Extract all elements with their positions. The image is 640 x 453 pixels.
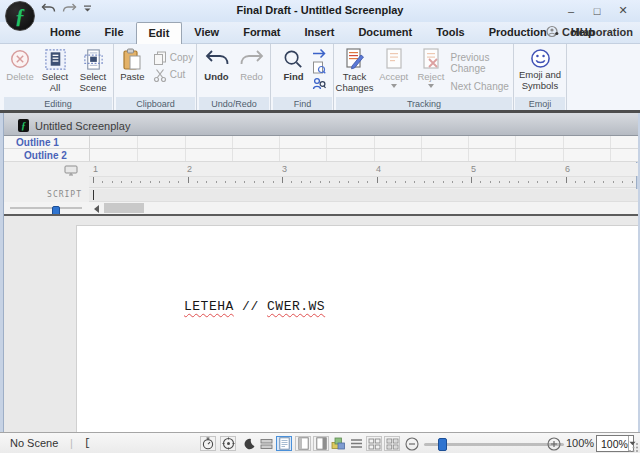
script-page[interactable]	[76, 225, 638, 432]
find-character-icon[interactable]	[312, 77, 326, 90]
outline-zoom-slider[interactable]	[10, 207, 82, 209]
page-view-button[interactable]	[276, 436, 292, 451]
index-cards-view-button[interactable]	[330, 436, 346, 451]
tab-format[interactable]: Format	[231, 22, 292, 44]
script-label: SCRIPT	[4, 190, 82, 199]
accept-dropdown-arrow[interactable]	[391, 84, 397, 88]
resize-grip[interactable]	[629, 442, 639, 452]
zoom-slider[interactable]	[424, 443, 564, 446]
redo-button[interactable]: Redo	[236, 45, 267, 97]
element-indicator: [	[84, 437, 91, 449]
customize-toolbar-icon[interactable]	[83, 4, 92, 13]
final-draft-logo[interactable]: ƒ	[5, 1, 35, 31]
text-cursor	[93, 190, 94, 200]
document-tab-bar: ƒ Untitled Screenplay	[4, 113, 638, 136]
document-tab[interactable]: ƒ Untitled Screenplay	[8, 115, 140, 136]
paste-button[interactable]: Paste	[116, 45, 149, 97]
page-panel-view-button[interactable]	[313, 436, 329, 451]
ribbon-tab-row: Home File Edit View Format Insert Docume…	[0, 22, 640, 44]
collaboration-button[interactable]: Collaboration	[546, 25, 633, 38]
cards-grid-1-button[interactable]	[366, 436, 382, 451]
zoom-out-button[interactable]	[404, 436, 420, 451]
group-undo-redo: Undo Redo Undo/Redo	[198, 44, 271, 110]
ruler-numbers: 1 2 3 4 5 6	[4, 163, 638, 176]
outline-2-label: Outline 2	[24, 150, 67, 161]
tab-tools[interactable]: Tools	[424, 22, 477, 44]
outline-row-2[interactable]: Outline 2	[4, 149, 638, 162]
select-all-icon	[44, 48, 67, 71]
scroll-left-arrow-icon[interactable]	[94, 205, 99, 213]
find-icon	[282, 48, 305, 71]
outline-view-button[interactable]	[348, 436, 364, 451]
collaboration-icon	[546, 25, 559, 38]
zoom-percent-label: 100%	[566, 437, 594, 449]
index-cards-icon	[331, 437, 345, 450]
timer-button[interactable]	[200, 436, 216, 451]
undo-button[interactable]: Undo	[201, 45, 232, 97]
group-label-undo-redo: Undo/Redo	[199, 97, 269, 110]
status-bar: No Scene | [	[0, 432, 640, 453]
find-in-document-icon[interactable]	[312, 61, 326, 75]
tab-file[interactable]: File	[93, 22, 136, 44]
group-label-editing: Editing	[4, 97, 112, 110]
track-changes-button[interactable]: Track Changes	[335, 45, 374, 97]
tab-edit[interactable]: Edit	[136, 22, 183, 44]
next-change-button[interactable]: Next Change	[450, 81, 508, 92]
maximize-button[interactable]: □	[584, 2, 610, 19]
status-divider: |	[70, 437, 73, 449]
tab-insert[interactable]: Insert	[292, 22, 346, 44]
outline-list-icon	[350, 438, 363, 449]
minimize-button[interactable]: –	[558, 2, 584, 19]
group-find: Find Find	[272, 44, 334, 110]
page-panel-view-icon	[316, 437, 327, 450]
quick-undo-icon[interactable]	[41, 2, 56, 15]
close-button[interactable]: ✕	[610, 2, 636, 19]
group-label-find: Find	[273, 97, 332, 110]
script-text[interactable]: LETEHA // CWER.WS	[184, 299, 325, 314]
target-button[interactable]	[220, 436, 236, 451]
emoji-and-symbols-button[interactable]: Emoji and Symbols	[515, 45, 565, 97]
editor-area[interactable]	[4, 216, 638, 432]
zoom-slider-thumb[interactable]	[438, 438, 447, 451]
panel-view-icon[interactable]	[64, 165, 78, 176]
reject-dropdown-arrow[interactable]	[428, 84, 434, 88]
night-mode-button[interactable]	[241, 436, 257, 451]
document-tab-title: Untitled Screenplay	[35, 120, 130, 132]
copy-button[interactable]: Copy	[151, 49, 195, 66]
tab-home[interactable]: Home	[38, 22, 93, 44]
cut-button[interactable]: Cut	[151, 66, 195, 83]
goto-arrow-icon[interactable]	[312, 48, 327, 59]
zoom-select-value: 100%	[597, 438, 628, 450]
zoom-in-icon	[547, 437, 561, 451]
find-button[interactable]: Find	[279, 45, 309, 97]
script-separator: //	[234, 299, 267, 314]
horizontal-scrollbar-thumb[interactable]	[104, 203, 144, 213]
normal-view-button[interactable]	[295, 436, 311, 451]
group-label-tracking: Tracking	[336, 97, 512, 110]
accept-icon	[383, 47, 405, 71]
group-clipboard: Paste Copy Cut	[115, 44, 197, 110]
zoom-in-button[interactable]	[546, 436, 562, 451]
tab-document[interactable]: Document	[346, 22, 424, 44]
previous-change-button[interactable]: Previous Change	[450, 52, 513, 74]
copy-icon	[153, 51, 167, 65]
delete-button[interactable]: Delete	[3, 45, 37, 97]
cut-icon	[153, 68, 167, 82]
delete-icon	[9, 48, 31, 70]
accept-change-button[interactable]: Accept	[376, 45, 411, 97]
outline-1-label: Outline 1	[16, 137, 59, 148]
split-view-button[interactable]	[258, 436, 274, 451]
cards-grid-1-icon	[368, 438, 381, 450]
group-label-clipboard: Clipboard	[116, 97, 195, 110]
reject-change-button[interactable]: Reject	[413, 45, 448, 97]
select-scene-button[interactable]: Select Scene	[73, 45, 113, 97]
reject-icon	[420, 47, 442, 71]
quick-redo-icon[interactable]	[62, 2, 77, 15]
tab-view[interactable]: View	[182, 22, 231, 44]
split-view-icon	[260, 438, 273, 450]
select-all-button[interactable]: Select All	[37, 45, 73, 97]
track-changes-icon	[343, 47, 367, 71]
outline-row-1[interactable]: Outline 1	[4, 136, 638, 149]
cards-grid-2-button[interactable]	[384, 436, 400, 451]
redo-icon	[239, 49, 265, 69]
